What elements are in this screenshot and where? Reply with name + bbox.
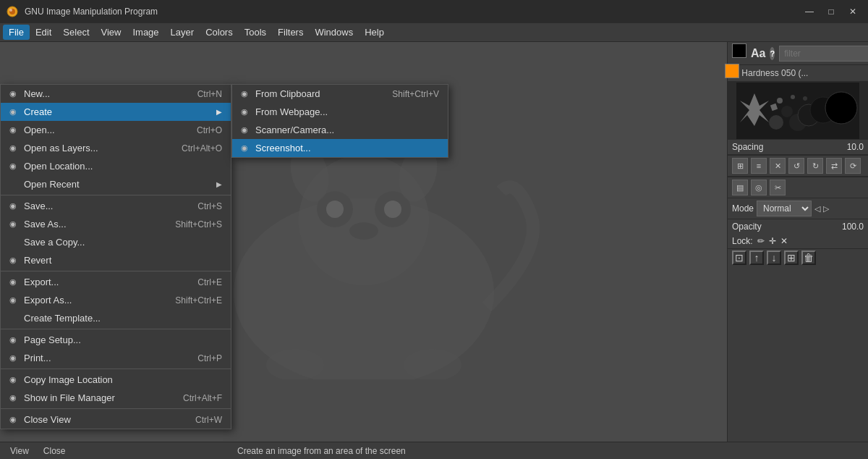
- svg-point-8: [384, 201, 401, 218]
- new-icon: ◉: [9, 89, 20, 98]
- menu-layer[interactable]: Layer: [165, 25, 200, 40]
- panel-top-toolbar: Aa ? ▼: [728, 42, 868, 65]
- clipboard-icon: ◉: [241, 89, 251, 98]
- revert-icon: ◉: [9, 256, 20, 265]
- menu-item-new[interactable]: ◉ New... Ctrl+N: [1, 85, 231, 103]
- brush-preview-svg: [736, 83, 859, 139]
- background-color-swatch[interactable]: [725, 64, 739, 78]
- menu-item-save-copy[interactable]: Save a Copy...: [1, 233, 231, 251]
- spacing-label: Spacing: [732, 142, 763, 152]
- separator-4: [1, 369, 231, 369]
- submenu-from-clipboard[interactable]: ◉ From Clipboard Shift+Ctrl+V: [232, 85, 448, 103]
- minimize-button[interactable]: —: [800, 4, 819, 20]
- close-button-status[interactable]: Close: [39, 445, 70, 458]
- list-icon-btn[interactable]: ≡: [751, 158, 767, 174]
- zoom-in-icon-btn[interactable]: ↑: [749, 250, 764, 265]
- create-submenu: ◉ From Clipboard Shift+Ctrl+V ◉ From Web…: [231, 84, 448, 158]
- mode-prev-icon[interactable]: ◁: [814, 204, 820, 214]
- recent-arrow-icon: ▶: [216, 180, 222, 188]
- menu-item-copy-location[interactable]: ◉ Copy Image Location: [1, 371, 231, 389]
- foreground-color-swatch[interactable]: [732, 43, 746, 58]
- show-manager-icon: ◉: [9, 393, 20, 403]
- menubar: File Edit Select View Image Layer Colors…: [0, 23, 868, 42]
- delete-layer-icon-btn[interactable]: 🗑: [801, 250, 816, 265]
- print-icon: ◉: [9, 353, 20, 363]
- view-button[interactable]: View: [6, 445, 33, 458]
- zoom-out-icon-btn[interactable]: ↓: [767, 250, 781, 265]
- menu-item-show-manager[interactable]: ◉ Show in File Manager Ctrl+Alt+F: [1, 389, 231, 407]
- export-as-icon: ◉: [9, 295, 20, 305]
- menu-image[interactable]: Image: [127, 25, 164, 40]
- spacing-row: Spacing 10.0: [728, 140, 868, 155]
- menu-filters[interactable]: Filters: [272, 25, 309, 40]
- maximize-button[interactable]: □: [822, 4, 841, 20]
- brush-name-section: 2. Hardness 050 (...: [728, 65, 868, 82]
- menu-item-open[interactable]: ◉ Open... Ctrl+O: [1, 121, 231, 139]
- open-icon: ◉: [9, 125, 20, 135]
- opacity-label: Opacity: [732, 222, 762, 232]
- open-layers-icon: ◉: [9, 143, 20, 153]
- refresh-icon-btn[interactable]: ⟳: [845, 158, 861, 174]
- svg-point-12: [266, 349, 324, 379]
- duplicate-icon-btn[interactable]: ⊞: [784, 250, 799, 265]
- menu-item-open-location[interactable]: ◉ Open Location...: [1, 157, 231, 175]
- delete-icon-btn[interactable]: ✕: [770, 158, 786, 174]
- grid-icon-btn[interactable]: ⊞: [732, 158, 748, 174]
- submenu-from-webpage[interactable]: ◉ From Webpage...: [232, 103, 448, 121]
- file-menu-dropdown: ◉ New... Ctrl+N ◉ Create ▶ ◉ Open... Ctr…: [0, 84, 231, 429]
- submenu-screenshot[interactable]: ◉ Screenshot...: [232, 139, 448, 157]
- rotate-left-icon-btn[interactable]: ↺: [788, 158, 804, 174]
- opacity-row: Opacity 100.0: [728, 219, 868, 234]
- menu-item-open-layers[interactable]: ◉ Open as Layers... Ctrl+Alt+O: [1, 139, 231, 157]
- lock-pixel-icon: ✏: [757, 236, 765, 246]
- brush-preview: [728, 82, 868, 140]
- menu-edit[interactable]: Edit: [30, 25, 57, 40]
- menu-item-revert[interactable]: ◉ Revert: [1, 251, 231, 269]
- menu-item-close-view[interactable]: ◉ Close View Ctrl+W: [1, 410, 231, 429]
- save-as-icon: ◉: [9, 219, 20, 229]
- spacing-value: 10.0: [847, 142, 864, 152]
- color-swatches: [732, 43, 746, 64]
- menu-item-print[interactable]: ◉ Print... Ctrl+P: [1, 349, 231, 367]
- location-icon: ◉: [9, 161, 20, 171]
- right-panel: Aa ? ▼ 2. Hardness 050 (...: [727, 42, 868, 442]
- tool-icons-row-2: ▤ ◎ ✂: [728, 177, 868, 198]
- menu-file[interactable]: File: [3, 25, 30, 40]
- zoom-fit-icon-btn[interactable]: ⊡: [732, 250, 746, 265]
- menu-colors[interactable]: Colors: [200, 25, 239, 40]
- menu-item-open-recent[interactable]: Open Recent ▶: [1, 175, 231, 193]
- paths-icon-btn[interactable]: ✂: [770, 180, 786, 195]
- app-icon: [6, 5, 19, 18]
- separator-5: [1, 408, 231, 409]
- svg-point-2: [9, 9, 12, 12]
- main-layout: ◉ New... Ctrl+N ◉ Create ▶ ◉ Open... Ctr…: [0, 42, 868, 442]
- layers-icon-btn[interactable]: ▤: [732, 180, 748, 195]
- menu-item-save-as[interactable]: ◉ Save As... Shift+Ctrl+S: [1, 215, 231, 233]
- rotate-right-icon-btn[interactable]: ↻: [807, 158, 823, 174]
- brush-filter-input[interactable]: [779, 46, 868, 62]
- menu-windows[interactable]: Windows: [309, 25, 359, 40]
- menu-item-create-template[interactable]: Create Template...: [1, 309, 231, 327]
- menu-item-page-setup[interactable]: ◉ Page Setup...: [1, 331, 231, 349]
- menu-view[interactable]: View: [95, 25, 127, 40]
- menu-tools[interactable]: Tools: [239, 25, 272, 40]
- help-icon[interactable]: ?: [770, 47, 775, 60]
- lock-alpha-icon: ✛: [769, 236, 776, 246]
- menu-help[interactable]: Help: [359, 25, 390, 40]
- menu-item-create[interactable]: ◉ Create ▶: [1, 103, 231, 121]
- flip-icon-btn[interactable]: ⇄: [826, 158, 842, 174]
- create-icon: ◉: [9, 107, 20, 117]
- mode-next-icon[interactable]: ▷: [823, 204, 829, 214]
- submenu-scanner[interactable]: ◉ Scanner/Camera...: [232, 121, 448, 139]
- menu-item-save[interactable]: ◉ Save... Ctrl+S: [1, 197, 231, 215]
- menu-item-export[interactable]: ◉ Export... Ctrl+E: [1, 273, 231, 291]
- menu-item-export-as[interactable]: ◉ Export As... Shift+Ctrl+E: [1, 291, 231, 309]
- svg-point-17: [781, 106, 793, 117]
- separator-3: [1, 329, 231, 329]
- close-button[interactable]: ✕: [843, 4, 862, 20]
- channels-icon-btn[interactable]: ◎: [751, 180, 767, 195]
- copy-location-icon: ◉: [9, 375, 20, 384]
- menu-select[interactable]: Select: [57, 25, 95, 40]
- lock-label: Lock:: [732, 236, 753, 246]
- mode-select[interactable]: Normal Dissolve Multiply: [757, 201, 812, 216]
